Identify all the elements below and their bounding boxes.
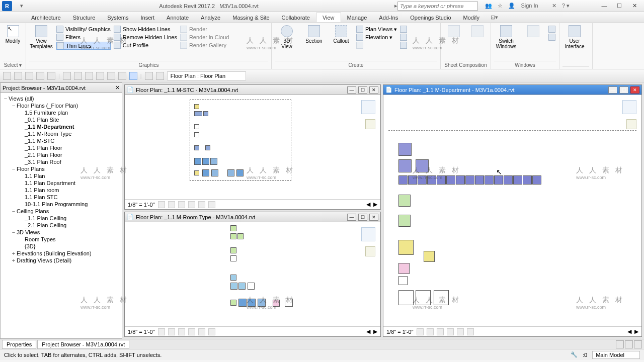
view-cube[interactable] (361, 100, 375, 114)
modify-button[interactable]: ↖ Modify (3, 25, 23, 44)
switch-qa-icon[interactable] (156, 72, 164, 80)
visibility-graphics-button[interactable]: Visibility/ Graphics (56, 26, 111, 33)
section-qa-icon[interactable] (118, 72, 126, 80)
select-links-icon[interactable] (616, 340, 624, 348)
tree-item[interactable]: −Views (all) (1, 95, 122, 102)
tab-massing-site[interactable]: Massing & Site (226, 13, 275, 22)
close-icon[interactable]: ✕ (369, 86, 378, 94)
minimize-button[interactable]: — (597, 3, 612, 9)
scroll-right-icon[interactable]: ▶ (373, 201, 377, 208)
duplicate-view-button[interactable] (400, 26, 407, 33)
legends-button[interactable] (400, 34, 407, 41)
maximize-button[interactable]: ☐ (612, 3, 627, 9)
elevation-button[interactable]: Elevation ▾ (356, 34, 397, 41)
dimension-icon[interactable] (74, 72, 82, 80)
3d-qa-icon[interactable] (107, 72, 115, 80)
scale-label[interactable]: 1/8" = 1'-0" (128, 202, 155, 208)
max-icon[interactable]: ☐ (358, 86, 367, 94)
shadows-icon[interactable] (188, 328, 195, 335)
scroll-left-icon[interactable]: ◀ (366, 201, 370, 208)
view-templates-button[interactable]: View Templates (29, 25, 53, 49)
min-icon[interactable]: — (347, 214, 356, 221)
tree-item[interactable]: +Drafting Views (Detail) (1, 257, 122, 264)
tree-item[interactable]: _1.1 Plan Ceiling (1, 215, 122, 222)
help-icon[interactable]: ? ▾ (562, 3, 570, 9)
favorites-icon[interactable]: ☆ (498, 3, 503, 9)
exchange-icon[interactable]: ✕ (552, 3, 556, 9)
select-pinned-icon[interactable] (634, 340, 642, 348)
nav-wheel[interactable] (365, 246, 375, 256)
tree-item[interactable]: 1.1 Plan room (1, 187, 122, 194)
tab-properties[interactable]: Properties (2, 340, 36, 349)
section-button[interactable]: Section (302, 25, 326, 44)
tree-item[interactable]: 1.1 Plan Department (1, 179, 122, 187)
tree-item[interactable]: −3D Views (1, 229, 122, 236)
tab-project-browser[interactable]: Project Browser - M3V1a.0004.rvt (37, 340, 129, 349)
nav-wheel[interactable] (626, 119, 636, 129)
tree-item[interactable]: _1.1 M-Room Type (1, 130, 122, 137)
browser-tree[interactable]: −Views (all)−Floor Plans (_Floor Plan)1.… (1, 93, 122, 338)
hide-icon[interactable] (467, 328, 474, 335)
tree-item[interactable]: 1.1 Plan (1, 172, 122, 179)
filters-button[interactable]: Filters (56, 34, 111, 41)
redo-icon[interactable] (47, 72, 55, 80)
search-input[interactable] (397, 2, 478, 11)
view-window-department-head[interactable]: 📄 Floor Plan: _1.1 M-Department - M3V1a.… (383, 85, 641, 95)
thin-lines-button[interactable]: Thin Lines (56, 42, 111, 50)
tree-item[interactable]: _2.1 Plan Floor (1, 151, 122, 158)
tree-item[interactable]: 10-1.1 Plan Programming (1, 201, 122, 208)
tree-item[interactable]: _0.1 Plan Site (1, 116, 122, 123)
scroll-right-icon[interactable]: ▶ (373, 328, 377, 335)
tab-insert[interactable]: Insert (135, 13, 161, 22)
tree-item[interactable]: _1.1 Plan Floor (1, 144, 122, 151)
close-hidden-qa-icon[interactable] (145, 72, 153, 80)
scale-label[interactable]: 1/8" = 1'-0" (128, 329, 155, 335)
callout-button[interactable]: Callout (329, 25, 353, 44)
tag-icon[interactable] (85, 72, 93, 80)
view-window-roomtype-head[interactable]: 📄 Floor Plan: _1.1 M-Room Type - M3V1a.0… (125, 212, 380, 222)
nav-wheel[interactable] (365, 119, 375, 129)
render-cloud-button[interactable]: Render in Cloud (180, 34, 229, 41)
tree-item[interactable]: Room Types (1, 236, 122, 243)
text-icon[interactable] (96, 72, 104, 80)
sync-icon[interactable] (25, 72, 33, 80)
detail-level-icon[interactable] (158, 328, 165, 335)
close-icon[interactable]: ✕ (369, 214, 378, 221)
tree-item[interactable]: −Floor Plans (1, 165, 122, 172)
scroll-left-icon[interactable]: ◀ (627, 328, 631, 335)
visual-style-icon[interactable] (168, 201, 175, 208)
view-canvas[interactable] (125, 222, 380, 326)
crop-icon[interactable] (457, 328, 464, 335)
detail-level-icon[interactable] (158, 201, 165, 208)
panel-select-label[interactable]: Select ▾ (3, 61, 23, 69)
tab-analyze[interactable]: Analyze (195, 13, 226, 22)
tile-button[interactable] (548, 26, 555, 33)
scroll-left-icon[interactable]: ◀ (366, 328, 370, 335)
view-canvas[interactable]: ↖ (383, 95, 641, 326)
tab-addins[interactable]: Add-Ins (373, 13, 404, 22)
tree-item[interactable]: _1.1 M-STC (1, 137, 122, 144)
tree-item[interactable]: 1.1 Plan STC (1, 194, 122, 201)
browser-close-icon[interactable]: ✕ (115, 84, 120, 91)
min-icon[interactable]: — (347, 86, 356, 94)
tree-item[interactable]: _2.1 Plan Ceiling (1, 222, 122, 229)
tab-modify[interactable]: Modify (457, 13, 486, 22)
view-canvas[interactable] (125, 95, 380, 199)
tab-view[interactable]: View (316, 13, 341, 22)
view-cube[interactable] (361, 227, 375, 241)
max-icon[interactable]: ☐ (619, 86, 628, 94)
shadows-icon[interactable] (188, 201, 195, 208)
cut-profile-button[interactable]: Cut Profile (114, 42, 177, 49)
tab-architecture[interactable]: Architecture (25, 13, 67, 22)
3d-view-button[interactable]: 3D View (275, 25, 299, 49)
sun-path-icon[interactable] (437, 328, 444, 335)
visual-style-icon[interactable] (168, 328, 175, 335)
crop-icon[interactable] (198, 328, 205, 335)
render-button[interactable]: Render (180, 26, 229, 33)
sheet-button[interactable] (444, 25, 464, 38)
tab-collaborate[interactable]: Collaborate (276, 13, 316, 22)
app-icon[interactable]: R (2, 1, 12, 11)
tab-annotate[interactable]: Annotate (160, 13, 195, 22)
undo-icon[interactable] (36, 72, 44, 80)
close-icon[interactable]: ✕ (630, 86, 639, 94)
